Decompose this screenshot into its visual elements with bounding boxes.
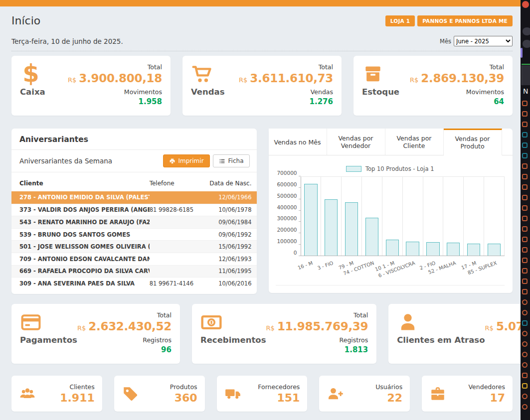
table-row[interactable]: 539 - BRUNO DOS SANTOS GOMES 09/06/1992 <box>11 228 257 241</box>
favicon-icon <box>522 174 528 179</box>
chart-bar[interactable] <box>325 199 338 256</box>
stat-count-value: 1.958 <box>68 97 162 106</box>
stat-count-label: Movimentos <box>410 88 504 96</box>
favicon-icon <box>522 341 528 347</box>
table-row[interactable]: 709 - ANTONIO EDSON CAVALCANTE DANTAS 12… <box>11 253 257 265</box>
table-row[interactable]: 309 - ANA SEVERINA PAES DA SILVA 81 9967… <box>11 277 257 289</box>
y-tick-label: 0 <box>294 250 297 256</box>
mini-cards-row: Clientes 1.911 Produtos 360 Fornecedores… <box>11 376 513 412</box>
cell-data-nasc: 15/06/1992 <box>205 243 251 250</box>
mini-stat-card: Clientes 1.911 <box>11 376 102 412</box>
table-row[interactable]: 501 - JOSE WELISSON GOMES OLIVEIRA (ELC.… <box>11 240 257 253</box>
chart-bar[interactable] <box>345 202 358 256</box>
favicon-icon <box>522 320 528 326</box>
user-plus-icon <box>327 385 344 402</box>
stat-count-value: 1.813 <box>266 345 368 354</box>
chart-bar[interactable] <box>386 240 399 256</box>
table-row[interactable]: 669 - RAFAELA PROCOPIO DA SILVA CARVALHO… <box>11 265 257 278</box>
mini-card-label: Clientes <box>60 383 95 391</box>
chart-panel-footer <box>276 285 505 293</box>
favicon-icon <box>522 184 528 190</box>
cell-cliente: 278 - ANTONIO EMIDIO DA SILVA (PALESTINA… <box>19 194 150 201</box>
favicon-icon <box>522 394 528 399</box>
company-button[interactable]: PANNOS E PANNOS LTDA ME <box>417 15 513 26</box>
table-row[interactable]: 278 - ANTONIO EMIDIO DA SILVA (PALESTINA… <box>11 191 257 204</box>
favicon-icon <box>522 216 528 221</box>
stat-total-label: Total <box>239 63 333 71</box>
truck-icon <box>224 385 241 402</box>
favicon-icon <box>522 258 528 263</box>
current-date-text: Terça-feira, 10 de junho de 2025. <box>11 37 123 45</box>
page-title: Início <box>11 14 40 27</box>
stat-card: Estoque Total R$ 2.869.130,39 Movimentos… <box>353 56 513 116</box>
stat-card: Vendas Total R$ 3.611.610,73 Vendas 1.27… <box>182 56 342 116</box>
sales-chart: Top 10 Produtos - Loja 1 010000020000030… <box>269 155 513 282</box>
cell-cliente: 709 - ANTONIO EDSON CAVALCANTE DANTAS <box>19 256 150 263</box>
stat-card-label: Pagamentos <box>20 335 77 345</box>
mini-stat-card: Vendedores 17 <box>422 376 513 412</box>
print-button[interactable]: Imprimir <box>163 154 210 167</box>
credit-card-icon <box>20 311 42 333</box>
stat-total-value: R$ 3.611.610,73 <box>239 72 333 85</box>
legend-label: Top 10 Produtos - Loja 1 <box>365 165 434 172</box>
stat-total-value: R$ 3.900.800,18 <box>68 72 162 85</box>
top-accent-bar <box>0 0 521 6</box>
list-icon <box>219 158 225 164</box>
chart-bar[interactable] <box>488 244 501 256</box>
mini-card-label: Usuários <box>375 383 402 391</box>
birthdays-table-header: Cliente Telefone Data de Nasc. <box>11 176 257 191</box>
stat-card: Pagamentos Total R$ 2.632.430,52 Registr… <box>11 304 180 364</box>
chart-bar[interactable] <box>365 218 378 256</box>
dollar-icon: $ <box>20 63 42 85</box>
cell-cliente: 669 - RAFAELA PROCOPIO DA SILVA CARVALHO <box>19 268 150 275</box>
table-row[interactable]: 543 - RENATO MARINHO DE ARAUJO (FAZEND..… <box>11 216 257 228</box>
chart-bar[interactable] <box>467 244 480 256</box>
birthdays-subtitle: Aniversariantes da Semana <box>19 157 112 165</box>
y-tick-label: 600000 <box>277 181 297 187</box>
tab-vendas-por-produto[interactable]: Vendas por Produto <box>444 129 502 155</box>
background-letter: N <box>523 87 528 95</box>
stat-count-label: Vendas <box>239 88 333 96</box>
stat-total-label: Total <box>68 63 162 71</box>
x-tick-label: 3 - FIO <box>317 260 334 271</box>
ficha-button[interactable]: Ficha <box>213 154 250 167</box>
y-tick-label: 200000 <box>277 227 297 233</box>
cell-cliente: 543 - RENATO MARINHO DE ARAUJO (FAZEND..… <box>19 219 150 226</box>
store-button[interactable]: LOJA 1 <box>385 15 415 26</box>
users-group-icon <box>19 385 36 402</box>
stat-total-value: R$ 2.869.130,39 <box>410 72 504 85</box>
chart-y-axis: 0100000200000300000400000500000600000700… <box>276 176 301 256</box>
summary-cards-bottom: Pagamentos Total R$ 2.632.430,52 Registr… <box>11 304 513 364</box>
mini-card-value: 151 <box>258 392 300 404</box>
favicon-icon <box>522 352 528 357</box>
stat-total-label: Total <box>410 63 504 71</box>
chart-bar[interactable] <box>406 242 419 256</box>
print-button-label: Imprimir <box>178 157 204 164</box>
month-select[interactable]: June - 2025 <box>454 36 513 46</box>
stat-total-value: R$ 2.632.430,52 <box>77 320 172 333</box>
tab-vendas-por-vendedor[interactable]: Vendas por Vendedor <box>327 129 385 155</box>
mini-stat-card: Fornecedores 151 <box>217 376 308 412</box>
cell-cliente: 373 - VALDIR DOS ANJOS PEREIRA (ANGELA) <box>19 206 150 213</box>
sales-chart-panel: Vendas no MêsVendas por VendedorVendas p… <box>269 129 513 293</box>
cell-data-nasc: 10/06/2016 <box>205 280 251 287</box>
tag-icon <box>122 385 139 402</box>
favicon-icon <box>522 289 528 294</box>
stat-total-value: R$ 11.985.769,39 <box>266 320 368 333</box>
table-row[interactable]: 373 - VALDIR DOS ANJOS PEREIRA (ANGELA) … <box>11 204 257 216</box>
mini-card-value: 22 <box>375 392 402 404</box>
favicon-icon <box>522 101 528 106</box>
shopping-cart-icon <box>191 63 213 85</box>
tab-vendas-no-mês[interactable]: Vendas no Mês <box>269 129 327 155</box>
stat-card-label: Recebimentos <box>200 335 266 345</box>
background-window-strip: N <box>521 0 530 420</box>
favicon-icon <box>522 142 528 148</box>
chart-bar[interactable] <box>447 243 460 256</box>
tab-vendas-por-cliente[interactable]: Vendas por Cliente <box>385 129 444 155</box>
chart-bar[interactable] <box>304 184 317 256</box>
favicon-icon <box>522 268 528 274</box>
chart-bar[interactable] <box>426 242 439 256</box>
chart-plot-area <box>301 176 505 256</box>
cell-telefone: 81 99671-4146 <box>150 280 205 287</box>
birthdays-panel: Aniversariantes Aniversariantes da Seman… <box>11 129 257 294</box>
